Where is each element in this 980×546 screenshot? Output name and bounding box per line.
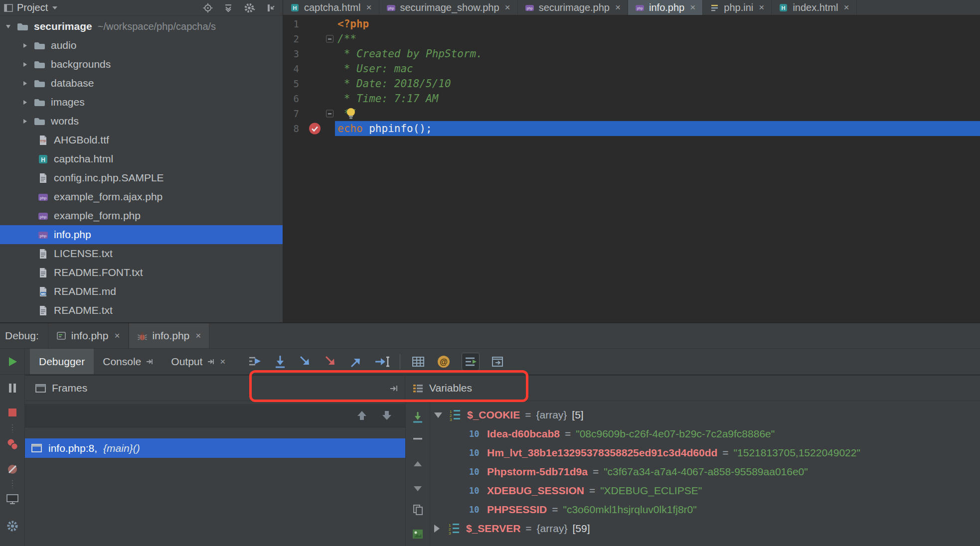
close-icon[interactable]: × bbox=[844, 2, 849, 13]
pin-arrow-icon[interactable] bbox=[389, 385, 398, 392]
tab-output[interactable]: Output × bbox=[162, 349, 234, 374]
tree-item-database[interactable]: database bbox=[0, 74, 283, 93]
close-icon[interactable]: × bbox=[615, 2, 621, 13]
variable-row-phpsessid[interactable]: 10 PHPSESSID = "c3o60mkl1hsjrqluv0lk1fj8… bbox=[430, 500, 980, 519]
chevron-down-icon[interactable] bbox=[434, 412, 442, 418]
console-window-icon[interactable] bbox=[6, 493, 19, 505]
tree-item-securimage[interactable]: securimage ~/workspace/php/capcha/s bbox=[0, 17, 283, 36]
stop-icon[interactable] bbox=[7, 408, 17, 417]
variable-row-server[interactable]: 123 $_SERVER = {array} [59] bbox=[430, 519, 980, 538]
stack-frame-row[interactable]: info.php:8, {main}() bbox=[25, 438, 405, 458]
editor-tab-index-html[interactable]: H index.html × bbox=[772, 0, 856, 15]
debug-settings-gear-icon[interactable] bbox=[6, 520, 19, 533]
view-as-table-icon[interactable] bbox=[411, 354, 426, 369]
run-to-cursor-icon[interactable] bbox=[374, 354, 389, 369]
open-frame-window-icon[interactable] bbox=[490, 354, 505, 369]
gear-icon[interactable] bbox=[244, 2, 256, 14]
code-line-3[interactable]: 3 * Created by PhpStorm. bbox=[283, 46, 980, 61]
project-panel-title[interactable]: Project bbox=[17, 2, 48, 13]
code-line-1[interactable]: 1 <?php bbox=[283, 16, 980, 31]
code-editor[interactable]: 1 <?php 2 /** 3 * Created by PhpStorm. 4… bbox=[283, 15, 980, 322]
variable-row-phpstorm-cookie[interactable]: 10 Phpstorm-5db71d9a = "c3f67a34-a7a4-40… bbox=[430, 462, 980, 481]
step-over-icon[interactable] bbox=[273, 354, 288, 369]
close-icon[interactable]: × bbox=[195, 330, 201, 341]
pause-icon[interactable] bbox=[7, 382, 18, 394]
tree-item-readme-txt[interactable]: README.txt bbox=[0, 301, 283, 320]
force-step-into-icon[interactable] bbox=[324, 354, 338, 369]
tree-item-license-txt[interactable]: LICENSE.txt bbox=[0, 244, 283, 263]
editor-tab-info-php[interactable]: php info.php × bbox=[628, 0, 703, 15]
close-icon[interactable]: × bbox=[220, 356, 225, 367]
collapse-all-icon[interactable] bbox=[224, 3, 233, 12]
tree-item-audio[interactable]: audio bbox=[0, 36, 283, 55]
tree-item-backgrounds[interactable]: backgrounds bbox=[0, 55, 283, 74]
tree-item-example-form-php[interactable]: php example_form.php bbox=[0, 206, 283, 225]
view-breakpoints-icon[interactable] bbox=[6, 438, 19, 451]
editor-tab-securimage-php[interactable]: php securimage.php × bbox=[518, 0, 628, 15]
code-line-6[interactable]: 6 * Time: 7:17 AM bbox=[283, 91, 980, 106]
fold-marker-icon[interactable] bbox=[326, 35, 333, 43]
resume-icon[interactable] bbox=[6, 356, 18, 368]
fold-marker-icon[interactable] bbox=[326, 110, 333, 118]
chevron-down-icon[interactable] bbox=[52, 5, 58, 10]
step-into-icon[interactable] bbox=[298, 354, 313, 369]
chevron-right-icon[interactable] bbox=[22, 118, 28, 125]
close-icon[interactable]: × bbox=[690, 2, 695, 13]
stack-view-toggle-icon[interactable] bbox=[462, 353, 480, 371]
chevron-down-icon[interactable] bbox=[5, 23, 11, 30]
tree-item-info-php[interactable]: php info.php bbox=[0, 225, 283, 244]
close-icon[interactable]: × bbox=[366, 2, 371, 13]
editor-tab-securimage-show-php[interactable]: php securimage_show.php × bbox=[379, 0, 518, 15]
locate-file-icon[interactable] bbox=[203, 3, 213, 13]
hide-panel-icon[interactable] bbox=[267, 3, 276, 12]
previous-frame-icon[interactable] bbox=[355, 409, 368, 422]
breakpoint-icon[interactable] bbox=[309, 123, 321, 135]
step-out-icon[interactable] bbox=[349, 354, 364, 369]
variable-row-idea-cookie[interactable]: 10 Idea-d60bcab8 = "08c9609b-c26f-4e07-b… bbox=[430, 424, 980, 443]
tree-item-words[interactable]: words bbox=[0, 112, 283, 131]
code-line-5[interactable]: 5 * Date: 2018/5/10 bbox=[283, 76, 980, 91]
tree-item-images[interactable]: images bbox=[0, 93, 283, 112]
chevron-right-icon[interactable] bbox=[22, 42, 28, 49]
close-icon[interactable]: × bbox=[759, 2, 764, 13]
intention-bulb-icon[interactable] bbox=[345, 107, 357, 120]
tree-item-readme-md[interactable]: MD README.md bbox=[0, 282, 283, 301]
variables-header: Variables bbox=[405, 376, 980, 401]
tab-debugger[interactable]: Debugger bbox=[30, 349, 94, 374]
debug-session-tab-debug[interactable]: info.php × bbox=[129, 323, 210, 348]
at-symbol-icon[interactable]: @ bbox=[436, 354, 451, 369]
line-number: 7 bbox=[283, 108, 303, 119]
remove-watch-icon[interactable] bbox=[413, 437, 423, 441]
code-line-2[interactable]: 2 /** bbox=[283, 31, 980, 46]
tree-item-example-form-ajax-php[interactable]: php example_form.ajax.php bbox=[0, 187, 283, 206]
tree-item-readme-font-txt[interactable]: README.FONT.txt bbox=[0, 263, 283, 282]
chevron-right-icon[interactable] bbox=[22, 80, 28, 87]
code-line-8[interactable]: 8 echo phpinfo(); bbox=[283, 121, 980, 136]
chevron-right-icon[interactable] bbox=[22, 61, 28, 68]
code-line-7[interactable]: 7 */ bbox=[283, 106, 980, 121]
variable-row-xdebug-session[interactable]: 10 XDEBUG_SESSION = "XDEBUG_ECLIPSE" bbox=[430, 481, 980, 500]
add-watch-icon[interactable] bbox=[411, 411, 424, 424]
variable-row-cookie[interactable]: 123 $_COOKIE = {array} [5] bbox=[430, 406, 980, 424]
tree-item-captcha-html[interactable]: H captcha.html bbox=[0, 149, 283, 168]
next-frame-icon[interactable] bbox=[380, 409, 393, 422]
tree-item-config-inc-php-sample[interactable]: config.inc.php.SAMPLE bbox=[0, 168, 283, 187]
editor-tab-label: securimage_show.php bbox=[400, 2, 499, 13]
show-execution-point-icon[interactable] bbox=[247, 354, 262, 369]
close-icon[interactable]: × bbox=[114, 330, 120, 341]
scroll-down-icon[interactable] bbox=[413, 485, 423, 492]
mute-breakpoints-icon[interactable] bbox=[6, 463, 18, 475]
chevron-right-icon[interactable] bbox=[22, 99, 28, 106]
chevron-right-icon[interactable] bbox=[434, 525, 440, 533]
close-icon[interactable]: × bbox=[505, 2, 510, 13]
debug-session-tab-run[interactable]: info.php × bbox=[48, 323, 129, 348]
variable-row-hm-lvt-cookie[interactable]: 10 Hm_lvt_38b1e13295378358825ed91c3d4d60… bbox=[430, 443, 980, 462]
scroll-up-icon[interactable] bbox=[413, 460, 423, 467]
tree-item-ahgbold-ttf[interactable]: TTF AHGBold.ttf bbox=[0, 131, 283, 149]
editor-tab-captcha-html[interactable]: H captcha.html × bbox=[283, 0, 379, 15]
code-line-4[interactable]: 4 * User: mac bbox=[283, 61, 980, 76]
copy-icon[interactable] bbox=[412, 504, 423, 516]
tab-console[interactable]: Console bbox=[94, 349, 162, 374]
editor-tab-php-ini[interactable]: php.ini × bbox=[703, 0, 772, 15]
preview-image-icon[interactable] bbox=[412, 529, 424, 540]
